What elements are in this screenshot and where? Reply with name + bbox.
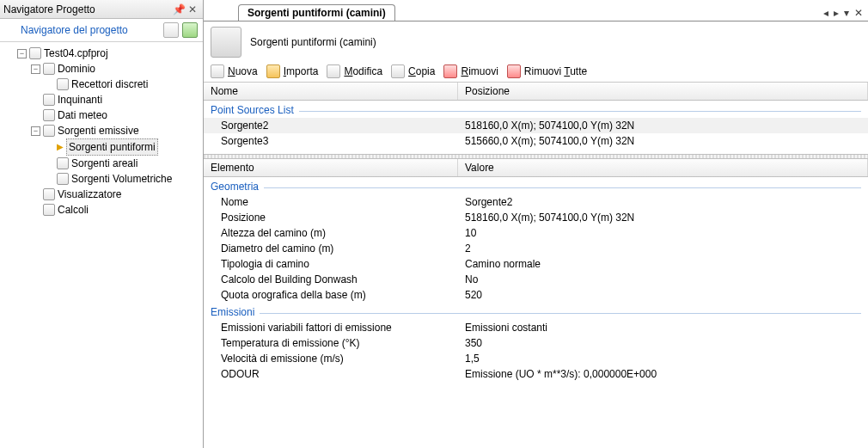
tree-label: Dati meteo bbox=[58, 107, 107, 123]
property-row[interactable]: Diametro del camino (m)2 bbox=[204, 241, 868, 256]
point-source-large-icon bbox=[211, 27, 241, 58]
col-header-elemento[interactable]: Elemento bbox=[204, 159, 458, 176]
tree-node-dominio[interactable]: −Dominio bbox=[29, 61, 201, 77]
prop-header: Elemento Valore bbox=[204, 159, 868, 177]
tree-node-sorgenti-puntiformi[interactable]: ▶Sorgenti puntiformi bbox=[43, 138, 201, 156]
property-row[interactable]: Tipologia di caminoCamino normale bbox=[204, 256, 868, 272]
tree-node-sorgentiemissive[interactable]: −Sorgenti emissive bbox=[29, 123, 201, 138]
tree-root[interactable]: −Test04.cpfproj bbox=[15, 46, 201, 61]
tab-menu-icon[interactable]: ▾ bbox=[844, 7, 849, 19]
modifica-button[interactable]: Modifica bbox=[327, 64, 382, 78]
tab-row: Sorgenti puntiformi (camini) ◂ ▸ ▾ ✕ bbox=[204, 0, 868, 21]
group-geometria: Geometria bbox=[204, 177, 868, 194]
nuova-button[interactable]: NNuovauova bbox=[211, 64, 258, 78]
viewer-icon bbox=[43, 188, 55, 200]
tree-node-visualizzatore[interactable]: Visualizzatore bbox=[29, 187, 201, 202]
property-key: ODOUR bbox=[204, 367, 458, 381]
property-key: Tipologia di camino bbox=[204, 257, 458, 271]
group-line bbox=[260, 313, 861, 314]
panel-titlebar: Navigatore Progetto 📌 ✕ bbox=[0, 0, 203, 19]
col-header-posizione[interactable]: Posizione bbox=[458, 83, 868, 100]
property-row[interactable]: Altezza del camino (m)10 bbox=[204, 225, 868, 241]
tree-label: Sorgenti areali bbox=[71, 156, 138, 171]
toolbar: NNuovauova Importa Modifica Copia Rimuov… bbox=[204, 63, 868, 83]
tab-nav-next-icon[interactable]: ▸ bbox=[834, 7, 839, 19]
property-row[interactable]: Quota orografica della base (m)520 bbox=[204, 287, 868, 303]
pollutants-icon bbox=[43, 94, 55, 106]
tree-label: Sorgenti emissive bbox=[58, 123, 139, 138]
domain-icon bbox=[43, 63, 55, 75]
property-row[interactable]: Velocità di emissione (m/s)1,5 bbox=[204, 351, 868, 366]
group-label: Point Sources List bbox=[211, 104, 294, 116]
tab-sorgenti-puntiformi[interactable]: Sorgenti puntiformi (camini) bbox=[238, 4, 395, 21]
property-value: 520 bbox=[458, 288, 868, 302]
rimuovi-tutte-button[interactable]: Rimuovi Tutte bbox=[507, 64, 587, 78]
action-icon-1[interactable] bbox=[163, 22, 179, 38]
edit-icon bbox=[327, 64, 340, 78]
property-key: Posizione bbox=[204, 211, 458, 224]
col-header-nome[interactable]: Nome bbox=[204, 83, 458, 100]
property-key: Emissioni variabili fattori di emissione bbox=[204, 321, 458, 334]
tree-node-calcoli[interactable]: Calcoli bbox=[29, 202, 201, 218]
tab-controls: ◂ ▸ ▾ ✕ bbox=[823, 7, 863, 21]
property-key: Diametro del camino (m) bbox=[204, 242, 458, 255]
property-row[interactable]: ODOUREmissione (UO * m**3/s): 0,000000E+… bbox=[204, 366, 868, 382]
tab-nav-prev-icon[interactable]: ◂ bbox=[823, 7, 828, 19]
property-value: 2 bbox=[458, 242, 868, 255]
group-label: Emissioni bbox=[211, 306, 254, 318]
property-key: Quota orografica della base (m) bbox=[204, 288, 458, 302]
new-icon bbox=[211, 64, 224, 78]
close-icon[interactable]: ✕ bbox=[186, 3, 199, 15]
sources-icon bbox=[43, 125, 55, 137]
copia-button[interactable]: Copia bbox=[391, 64, 435, 78]
refresh-icon[interactable] bbox=[182, 22, 198, 38]
property-key: Calcolo del Building Donwash bbox=[204, 273, 458, 286]
tab-label: Sorgenti puntiformi (camini) bbox=[248, 7, 386, 19]
copy-icon bbox=[391, 64, 405, 78]
property-row[interactable]: Temperatura di emissione (°K)350 bbox=[204, 335, 868, 351]
importa-button[interactable]: Importa bbox=[266, 64, 319, 78]
col-header-valore[interactable]: Valore bbox=[458, 159, 868, 176]
property-value: Emissioni costanti bbox=[458, 321, 868, 334]
group-line bbox=[299, 111, 861, 112]
cell-posizione: 518160,0 X(m); 5074100,0 Y(m) 32N bbox=[458, 119, 868, 132]
property-value: 350 bbox=[458, 336, 868, 350]
tree-label: Calcoli bbox=[58, 202, 89, 218]
project-tree[interactable]: −Test04.cpfproj −Dominio Recettori discr… bbox=[0, 42, 203, 448]
property-value: 10 bbox=[458, 226, 868, 240]
tree-label: Dominio bbox=[58, 61, 95, 77]
property-row[interactable]: Emissioni variabili fattori di emissione… bbox=[204, 320, 868, 335]
tree-label: Inquinanti bbox=[58, 92, 102, 107]
property-value: 518160,0 X(m); 5074100,0 Y(m) 32N bbox=[458, 211, 868, 224]
property-row[interactable]: NomeSorgente2 bbox=[204, 194, 868, 210]
header-strip: Sorgenti puntiformi (camini) bbox=[204, 21, 868, 63]
tree-label: Sorgenti puntiformi bbox=[66, 138, 158, 156]
tree-node-sorgenti-volumetriche[interactable]: Sorgenti Volumetriche bbox=[43, 171, 201, 187]
pin-icon[interactable]: 📌 bbox=[172, 3, 186, 15]
tree-node-sorgenti-areali[interactable]: Sorgenti areali bbox=[43, 156, 201, 171]
list-row[interactable]: Sorgente2 518160,0 X(m); 5074100,0 Y(m) … bbox=[204, 118, 868, 133]
group-emissioni: Emissioni bbox=[204, 303, 868, 320]
calc-icon bbox=[43, 204, 55, 216]
tree-node-inquinanti[interactable]: Inquinanti bbox=[29, 92, 201, 107]
project-navigator-panel: Navigatore Progetto 📌 ✕ Navigatore del p… bbox=[0, 0, 204, 448]
delete-all-icon bbox=[507, 64, 521, 78]
properties-section: Geometria NomeSorgente2Posizione518160,0… bbox=[204, 177, 868, 448]
panel-title: Navigatore Progetto bbox=[3, 3, 172, 15]
tree-node-recettori[interactable]: Recettori discreti bbox=[43, 77, 201, 92]
property-row[interactable]: Calcolo del Building DonwashNo bbox=[204, 272, 868, 287]
property-row[interactable]: Posizione518160,0 X(m); 5074100,0 Y(m) 3… bbox=[204, 210, 868, 225]
nav-title: Navigatore del progetto bbox=[5, 24, 163, 36]
property-key: Temperatura di emissione (°K) bbox=[204, 336, 458, 350]
tree-label: Recettori discreti bbox=[71, 77, 148, 92]
tree-node-datimeteo[interactable]: Dati meteo bbox=[29, 107, 201, 123]
property-key: Velocità di emissione (m/s) bbox=[204, 352, 458, 365]
tab-close-icon[interactable]: ✕ bbox=[854, 7, 863, 19]
tree-label: Test04.cpfproj bbox=[44, 46, 108, 61]
list-row[interactable]: Sorgente3 515660,0 X(m); 5074100,0 Y(m) … bbox=[204, 133, 868, 149]
property-value: Emissione (UO * m**3/s): 0,000000E+000 bbox=[458, 367, 868, 381]
group-line bbox=[264, 187, 861, 188]
rimuovi-button[interactable]: Rimuovi bbox=[443, 64, 498, 78]
volume-icon bbox=[57, 173, 69, 185]
property-key: Nome bbox=[204, 195, 458, 209]
